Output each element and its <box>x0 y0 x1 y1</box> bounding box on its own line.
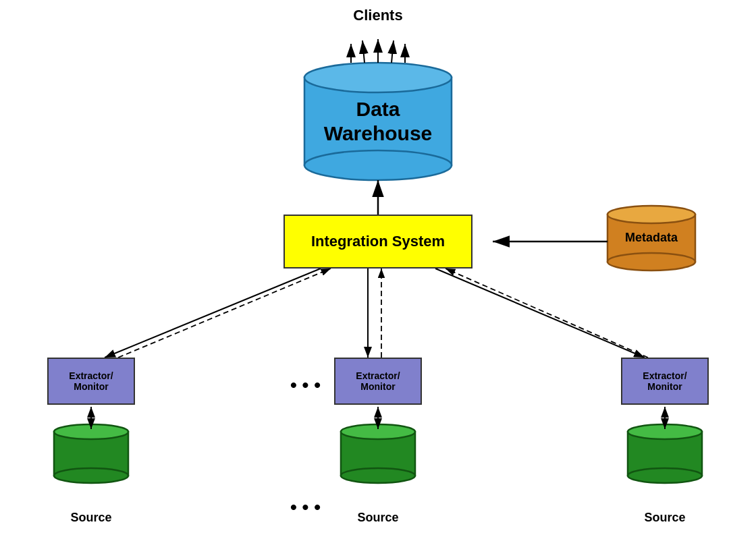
svg-point-10 <box>608 206 695 223</box>
svg-point-15 <box>54 468 128 483</box>
svg-rect-16 <box>341 432 415 476</box>
integration-system-box: Integration System <box>284 215 473 268</box>
svg-text:Data: Data <box>356 98 400 120</box>
extractor-monitor-mid: Extractor/Monitor <box>334 358 422 405</box>
source-label-left: Source <box>47 511 135 525</box>
svg-text:Warehouse: Warehouse <box>324 122 433 144</box>
svg-point-11 <box>608 253 695 271</box>
source-label-mid: Source <box>334 511 422 525</box>
svg-line-34 <box>446 268 648 358</box>
svg-point-17 <box>341 424 415 439</box>
svg-line-33 <box>435 268 645 358</box>
svg-point-6 <box>304 150 452 180</box>
dots-middle-row: • • • <box>290 374 321 396</box>
integration-system-label: Integration System <box>311 233 445 250</box>
svg-point-14 <box>54 424 128 439</box>
svg-text:Metadata: Metadata <box>625 231 678 244</box>
diagram-svg: Data Warehouse Metadata <box>0 0 756 537</box>
diagram-container: Data Warehouse Metadata <box>0 0 756 537</box>
svg-line-23 <box>362 40 364 63</box>
svg-rect-19 <box>628 432 702 476</box>
svg-rect-4 <box>304 78 452 165</box>
svg-line-30 <box>118 268 331 358</box>
svg-point-5 <box>304 63 452 92</box>
extractor-left-label: Extractor/Monitor <box>69 370 113 392</box>
extractor-right-label: Extractor/Monitor <box>643 370 686 392</box>
extractor-monitor-left: Extractor/Monitor <box>47 358 135 405</box>
svg-rect-9 <box>608 215 695 262</box>
extractor-mid-label: Extractor/Monitor <box>356 370 400 392</box>
svg-line-25 <box>392 40 394 63</box>
dots-bottom-row: • • • <box>290 497 321 518</box>
svg-point-21 <box>628 468 702 483</box>
clients-label: Clients <box>353 7 402 24</box>
source-label-right: Source <box>621 511 709 525</box>
svg-point-20 <box>628 424 702 439</box>
svg-rect-13 <box>54 432 128 476</box>
extractor-monitor-right: Extractor/Monitor <box>621 358 709 405</box>
svg-line-29 <box>105 268 321 358</box>
svg-point-18 <box>341 468 415 483</box>
